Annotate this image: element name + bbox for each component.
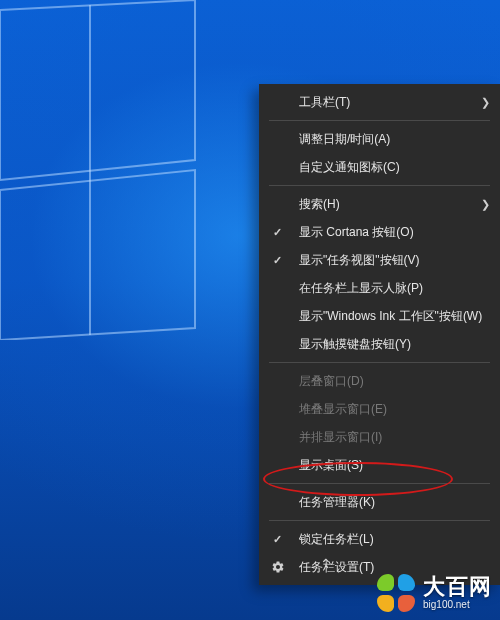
menu-label: 任务管理器(K) [299,495,375,509]
menu-item-show-cortana[interactable]: ✓ 显示 Cortana 按钮(O) [259,218,500,246]
chevron-up-icon[interactable]: ⌃ [320,556,332,572]
watermark-logo-icon [377,574,415,612]
menu-label: 显示触摸键盘按钮(Y) [299,337,411,351]
menu-separator [269,483,490,484]
windows-desktop[interactable]: 工具栏(T) ❯ 调整日期/时间(A) 自定义通知图标(C) 搜索(H) ❯ ✓… [0,0,500,620]
menu-label: 工具栏(T) [299,95,350,109]
menu-label: 显示"任务视图"按钮(V) [299,253,420,267]
system-tray-overflow: ⌃ [320,556,332,572]
menu-label: 自定义通知图标(C) [299,160,400,174]
chevron-right-icon: ❯ [481,95,490,109]
menu-label: 锁定任务栏(L) [299,532,374,546]
menu-item-task-manager[interactable]: 任务管理器(K) [259,488,500,516]
menu-item-lock-taskbar[interactable]: ✓ 锁定任务栏(L) [259,525,500,553]
menu-label: 调整日期/时间(A) [299,132,390,146]
menu-label: 显示桌面(S) [299,458,363,472]
menu-label: 搜索(H) [299,197,340,211]
menu-separator [269,120,490,121]
gear-icon [271,560,285,574]
menu-item-sidebyside-windows: 并排显示窗口(I) [259,423,500,451]
menu-item-show-touch-keyboard[interactable]: 显示触摸键盘按钮(Y) [259,330,500,358]
menu-separator [269,185,490,186]
windows-logo-overlay [0,0,300,340]
menu-item-show-taskview[interactable]: ✓ 显示"任务视图"按钮(V) [259,246,500,274]
menu-label: 并排显示窗口(I) [299,430,382,444]
watermark-title: 大百网 [423,576,492,598]
watermark-url: big100.net [423,600,492,610]
menu-label: 任务栏设置(T) [299,560,374,574]
menu-separator [269,362,490,363]
check-icon: ✓ [273,532,282,546]
check-icon: ✓ [273,253,282,267]
menu-item-stack-windows: 堆叠显示窗口(E) [259,395,500,423]
menu-label: 在任务栏上显示人脉(P) [299,281,423,295]
menu-label: 显示"Windows Ink 工作区"按钮(W) [299,309,482,323]
taskbar-context-menu: 工具栏(T) ❯ 调整日期/时间(A) 自定义通知图标(C) 搜索(H) ❯ ✓… [259,84,500,585]
menu-label: 显示 Cortana 按钮(O) [299,225,414,239]
watermark: 大百网 big100.net [377,574,492,612]
watermark-text: 大百网 big100.net [423,576,492,610]
menu-item-cascade-windows: 层叠窗口(D) [259,367,500,395]
menu-item-show-ink[interactable]: 显示"Windows Ink 工作区"按钮(W) [259,302,500,330]
menu-item-search[interactable]: 搜索(H) ❯ [259,190,500,218]
menu-item-show-desktop[interactable]: 显示桌面(S) [259,451,500,479]
menu-label: 堆叠显示窗口(E) [299,402,387,416]
menu-item-adjust-datetime[interactable]: 调整日期/时间(A) [259,125,500,153]
menu-item-customize-tray[interactable]: 自定义通知图标(C) [259,153,500,181]
chevron-right-icon: ❯ [481,197,490,211]
menu-separator [269,520,490,521]
menu-label: 层叠窗口(D) [299,374,364,388]
menu-item-toolbar[interactable]: 工具栏(T) ❯ [259,88,500,116]
check-icon: ✓ [273,225,282,239]
menu-item-show-people[interactable]: 在任务栏上显示人脉(P) [259,274,500,302]
